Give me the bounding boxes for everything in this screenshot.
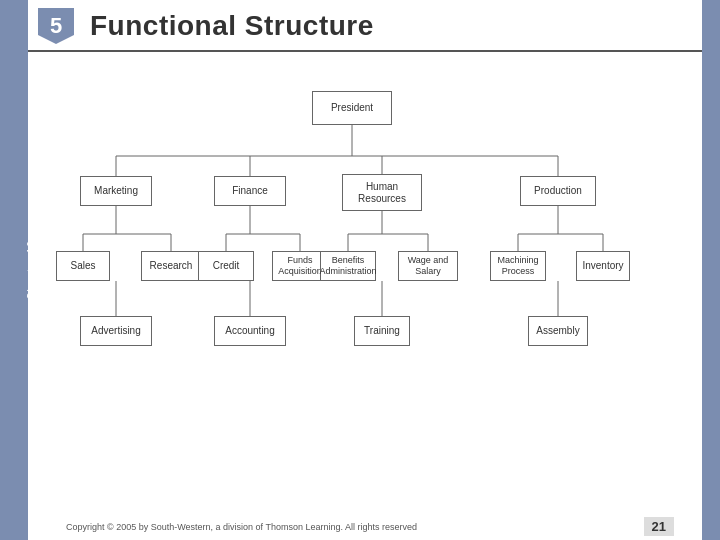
page-title: Functional Structure [90, 10, 374, 42]
node-human-resources: Human Resources [342, 174, 422, 211]
main-content: 5 Functional Structure [28, 0, 702, 540]
chapter-badge: 5 [38, 8, 74, 44]
header: 5 Functional Structure [28, 0, 702, 52]
node-president: President [312, 91, 392, 125]
page-number: 21 [644, 517, 674, 536]
node-finance: Finance [214, 176, 286, 206]
node-accounting: Accounting [214, 316, 286, 346]
footer: Copyright © 2005 by South-Western, a div… [56, 517, 684, 536]
node-assembly: Assembly [528, 316, 588, 346]
node-benefits-admin: Benefits Administration [320, 251, 376, 281]
node-production: Production [520, 176, 596, 206]
node-machining-process: Machining Process [490, 251, 546, 281]
node-credit: Credit [198, 251, 254, 281]
org-chart: President Marketing Finance Human Resour… [28, 56, 702, 456]
node-inventory: Inventory [576, 251, 630, 281]
node-marketing: Marketing [80, 176, 152, 206]
node-wage-salary: Wage and Salary [398, 251, 458, 281]
node-advertising: Advertising [80, 316, 152, 346]
ribbon-right [702, 0, 720, 540]
copyright-text: Copyright © 2005 by South-Western, a div… [66, 522, 417, 532]
chapter-label: Chapter 10 [26, 240, 37, 299]
node-sales: Sales [56, 251, 110, 281]
node-training: Training [354, 316, 410, 346]
ribbon-left [0, 0, 28, 540]
node-research: Research [141, 251, 201, 281]
